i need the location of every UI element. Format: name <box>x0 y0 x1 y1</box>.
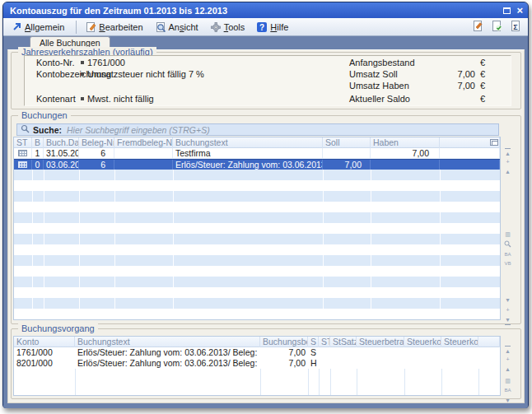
groupbox-title: Buchungen <box>18 110 71 120</box>
empty-rows-area <box>14 170 500 319</box>
col-header-belegnr[interactable]: Beleg-Nr. <box>79 137 114 148</box>
steuerbetrag-cell <box>357 347 404 358</box>
scroll-page-up-icon[interactable]: + <box>502 356 514 363</box>
betrag-cell: 7,00 <box>260 347 308 358</box>
bookings-header-row: ST B Buch.Dat. Beleg-Nr. Fremdbeleg-Nr. … <box>14 137 500 148</box>
scroll-down-icon[interactable]: ▼ <box>502 397 514 404</box>
bullet-icon <box>81 97 84 100</box>
menu-tools[interactable]: Tools <box>208 20 247 35</box>
col-header-b[interactable]: B <box>32 137 44 148</box>
toolbar-separator <box>76 21 77 34</box>
groupbox-title: Buchungsvorgang <box>18 323 98 333</box>
close-button[interactable]: × <box>516 7 523 15</box>
search-input[interactable]: Suche: Hier Suchbegriff eingeben (STRG+S… <box>16 123 499 136</box>
window-title: Kontoauszug für den Zeitraum 01.2013 bis… <box>10 6 497 16</box>
menu-label: Ansicht <box>169 22 198 32</box>
transaction-row[interactable]: 1761/000 Erlös/Steuer: Zahlung vom: 03.0… <box>14 347 500 358</box>
steuerkonto1-cell <box>404 358 441 369</box>
konto-cell: 1761/000 <box>14 347 75 358</box>
search-label: Suche: <box>33 125 62 135</box>
col-header-fremdbelegnr[interactable]: Fremdbeleg-Nr. <box>114 137 173 148</box>
search-icon <box>21 124 30 135</box>
text-cell: Erlös/Steuer: Zahlung vom: 03.06.2013/ B… <box>75 358 260 369</box>
booking-row-selected[interactable]: 0 03.06.2013 6 Erlös/Steuer: Zahlung vom… <box>14 159 500 170</box>
col-header-buchungstext[interactable]: Buchungstext <box>75 337 260 347</box>
col-header-haben[interactable]: Haben <box>371 137 440 148</box>
booking-row[interactable]: 1 31.05.2013 6 Testfirma 7,00 <box>14 148 500 159</box>
field-value: Mwst. nicht fällig <box>87 94 154 104</box>
edit-doc-icon <box>85 21 96 33</box>
menu-allgemein[interactable]: Allgemein <box>10 20 66 35</box>
menu-label: Tools <box>224 22 245 32</box>
field-label: Aktueller Saldo <box>349 94 410 104</box>
filler-cell <box>478 358 500 369</box>
text-cell: Erlös/Steuer: Zahlung vom: 03.06.2013/ B… <box>75 347 260 358</box>
detail-view-icon[interactable]: ▥ <box>502 377 514 384</box>
steuerkonto2-cell <box>441 358 478 369</box>
scroll-down-icon[interactable]: ▼ <box>502 296 514 304</box>
col-header-st[interactable]: ST <box>319 337 330 347</box>
zoom-row-icon[interactable] <box>502 240 514 249</box>
currency-label: € <box>480 94 485 104</box>
scroll-page-down-icon[interactable]: + <box>502 306 514 314</box>
field-amount: 7,00 <box>401 81 475 91</box>
menu-ansicht[interactable]: Ansicht <box>153 20 200 35</box>
check-doc-icon[interactable] <box>490 20 502 34</box>
bookings-grid: ST B Buch.Dat. Beleg-Nr. Fremdbeleg-Nr. … <box>13 137 501 320</box>
col-header-buchungstext[interactable]: Buchungstext <box>173 137 323 148</box>
menu-hilfe[interactable]: ? Hilfe <box>254 20 290 35</box>
transaction-header-row: Konto Buchungstext Buchungsbetrag S ST S… <box>14 337 500 347</box>
col-header-st[interactable]: ST <box>14 137 32 148</box>
toolbar-right-icons: Σ <box>471 20 521 34</box>
soll-cell <box>323 148 371 159</box>
menu-label: Hilfe <box>270 22 288 32</box>
currency-label: € <box>480 69 485 79</box>
s-cell: H <box>308 358 319 369</box>
view-magnifier-icon <box>155 21 166 33</box>
sum-doc-icon[interactable]: Σ <box>509 20 521 34</box>
arrow-ne-icon <box>12 21 22 32</box>
stsatz-cell <box>330 347 357 358</box>
gear-icon <box>210 21 222 33</box>
scroll-first-icon[interactable]: ▲ <box>502 148 514 157</box>
search-placeholder: Hier Suchbegriff eingeben (STRG+S) <box>67 125 210 135</box>
detail-view-icon[interactable]: ▥ <box>502 230 514 238</box>
date-cell: 31.05.2013 <box>44 148 79 159</box>
vb-filter-icon[interactable]: VB <box>502 260 514 267</box>
col-header-steuerbetrag[interactable]: Steuerbetrag <box>357 337 404 347</box>
toolbar: Allgemein Bearbeiten Ansicht Tools <box>3 18 528 36</box>
col-header-buchdat[interactable]: Buch.Dat. <box>44 137 79 148</box>
col-header-stsatz[interactable]: StSatz <box>330 337 357 347</box>
col-header-buchungsbetrag[interactable]: Buchungsbetrag <box>260 337 308 347</box>
ba-filter-icon[interactable]: BA <box>502 251 514 258</box>
st-cell <box>14 148 32 159</box>
scroll-page-up-icon[interactable]: + <box>502 158 514 165</box>
field-label: Umsatz Soll <box>349 69 398 79</box>
scroll-up-icon[interactable]: ▲ <box>502 365 514 373</box>
ba-filter-icon[interactable]: BA <box>502 387 514 394</box>
b-cell: 1 <box>32 148 44 159</box>
bullet-icon <box>81 72 84 76</box>
col-header-soll[interactable]: Soll <box>323 137 371 148</box>
col-header-filler <box>478 337 500 347</box>
report-icon[interactable] <box>471 20 483 34</box>
svg-text:?: ? <box>259 23 264 32</box>
stsatz-cell <box>330 358 357 369</box>
scroll-first-icon[interactable]: ▲ <box>502 346 514 355</box>
scroll-last-icon[interactable]: ▼ <box>502 316 514 325</box>
col-header-s[interactable]: S <box>308 337 319 347</box>
column-chooser-icon[interactable] <box>490 139 498 146</box>
col-header-konto[interactable]: Konto <box>14 337 75 347</box>
screen: Kontoauszug für den Zeitraum 01.2013 bis… <box>0 0 532 414</box>
col-header-steuerkonto1[interactable]: Steuerkonto 1 <box>404 337 441 347</box>
menu-bearbeiten[interactable]: Bearbeiten <box>83 20 144 35</box>
currency-label: € <box>480 81 485 91</box>
field-value: 1761/000 <box>87 58 125 67</box>
maximize-button[interactable] <box>503 7 511 14</box>
scroll-up-icon[interactable]: ▲ <box>502 168 514 175</box>
konto-cell: 8201/000 <box>14 358 75 369</box>
svg-text:Σ: Σ <box>513 23 518 31</box>
transaction-row[interactable]: 8201/000 Erlös/Steuer: Zahlung vom: 03.0… <box>14 358 500 369</box>
split-booking-icon <box>18 150 27 156</box>
col-header-steuerkonto2[interactable]: Steuerkonto 2 <box>441 337 478 347</box>
